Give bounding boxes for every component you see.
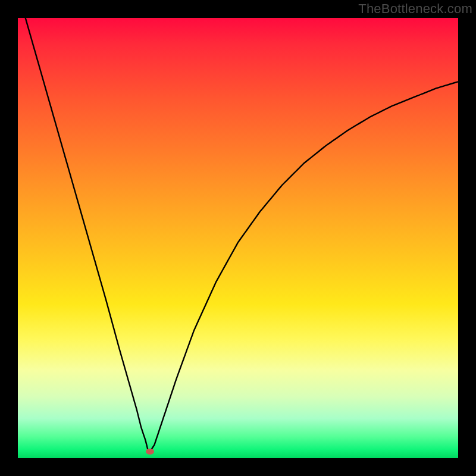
watermark-label: TheBottleneck.com xyxy=(358,1,472,17)
curve-line xyxy=(18,18,458,452)
chart-frame: TheBottleneck.com xyxy=(0,0,476,476)
minimum-marker xyxy=(146,449,154,455)
bottleneck-curve xyxy=(18,18,458,458)
gradient-background xyxy=(18,18,458,458)
plot-area xyxy=(18,18,458,458)
